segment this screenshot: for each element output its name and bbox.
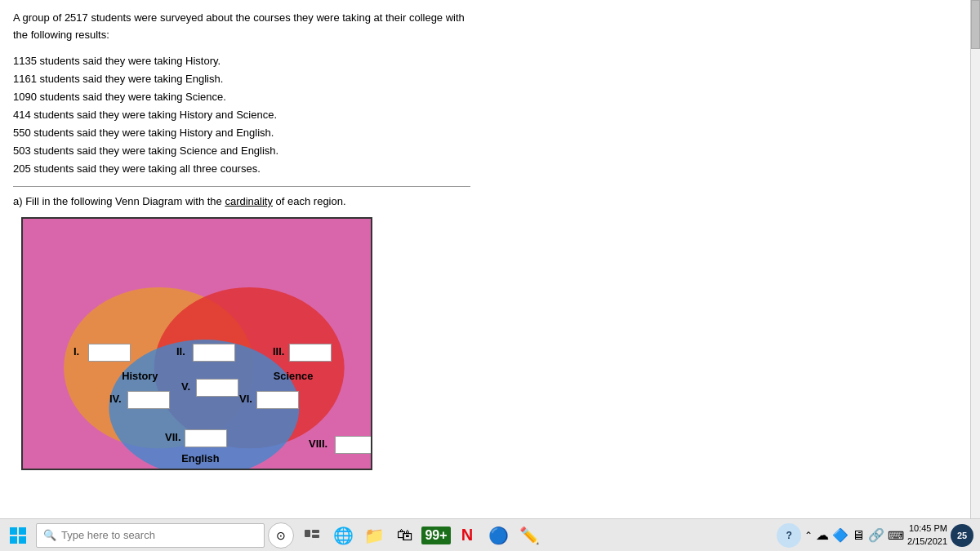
svg-rect-10	[19, 536, 26, 544]
keyboard-icon[interactable]: ⌨	[888, 529, 904, 542]
windows-icon	[10, 527, 26, 544]
chrome-button[interactable]: 🔵	[483, 521, 513, 550]
edge-button[interactable]: 🌐	[328, 521, 358, 550]
region-IV-input[interactable]	[127, 391, 170, 409]
notification-badge[interactable]: 25	[951, 524, 973, 547]
display-icon[interactable]: 🖥	[852, 528, 865, 543]
start-button[interactable]	[3, 521, 33, 550]
stat-5: 550 students said they were taking Histo…	[13, 124, 957, 142]
taskview-button[interactable]	[297, 521, 327, 550]
svg-rect-12	[312, 530, 319, 533]
stat-6: 503 students said they were taking Scien…	[13, 142, 957, 160]
help-icon-circle[interactable]: ?	[777, 523, 801, 548]
region-VIII-label: VIII.	[309, 438, 327, 450]
region-II-input[interactable]	[193, 344, 235, 362]
cortana-icon: ⊙	[276, 529, 286, 542]
time-display: 10:45 PM	[907, 522, 947, 535]
stat-7: 205 students said they were taking all t…	[13, 160, 957, 178]
app1-button[interactable]: 99+	[421, 521, 451, 550]
stats-list: 1135 students said they were taking Hist…	[13, 52, 957, 179]
app2-button[interactable]: ✏️	[514, 521, 544, 550]
netflix-button[interactable]: N	[452, 521, 482, 550]
svg-rect-13	[312, 535, 319, 538]
svg-rect-9	[10, 536, 17, 544]
chevron-icon[interactable]: ⌃	[804, 530, 813, 541]
app1-icon: 99+	[421, 527, 450, 544]
region-I-label: I.	[74, 345, 79, 358]
region-IV-label: IV.	[109, 393, 122, 405]
region-V-input[interactable]	[196, 379, 238, 397]
venn-diagram: History Science English I. II. III. IV. …	[21, 217, 372, 470]
stat-2: 1161 students said they were taking Engl…	[13, 70, 957, 88]
region-III-input[interactable]	[289, 344, 332, 362]
search-icon: 🔍	[43, 529, 56, 541]
main-content: A group of 2517 students were surveyed a…	[0, 0, 970, 518]
edge-icon: 🌐	[333, 526, 354, 545]
divider	[13, 186, 470, 187]
help-icon: ?	[786, 530, 791, 541]
explorer-button[interactable]: 📁	[359, 521, 389, 550]
region-VI-input[interactable]	[256, 391, 299, 409]
explorer-icon: 📁	[364, 526, 385, 545]
clock[interactable]: 10:45 PM 2/15/2021	[907, 522, 947, 548]
region-VII-label: VII.	[165, 431, 181, 443]
taskbar-apps: 🌐 📁 🛍 99+ N 🔵 ✏️	[297, 521, 773, 550]
dropbox-icon[interactable]: 🔷	[832, 527, 849, 543]
audio-icon[interactable]: 🔗	[868, 527, 884, 543]
network-icon[interactable]: ☁	[816, 527, 829, 543]
region-VII-input[interactable]	[185, 429, 227, 447]
stat-3: 1090 students said they were taking Scie…	[13, 88, 957, 106]
svg-text:English: English	[181, 452, 219, 464]
store-button[interactable]: 🛍	[390, 521, 420, 550]
svg-rect-11	[305, 530, 310, 537]
search-input[interactable]	[61, 529, 257, 541]
region-VI-label: VI.	[239, 393, 252, 405]
region-III-label: III.	[273, 345, 284, 358]
taskbar: 🔍 ⊙ 🌐 📁 🛍 99+ N	[0, 518, 980, 551]
search-box[interactable]: 🔍	[36, 523, 265, 548]
svg-rect-7	[10, 527, 17, 535]
netflix-icon: N	[461, 526, 473, 544]
stat-1: 1135 students said they were taking Hist…	[13, 52, 957, 70]
svg-text:Science: Science	[274, 371, 313, 383]
scrollbar[interactable]	[970, 0, 980, 518]
svg-text:History: History	[122, 371, 158, 383]
stat-4: 414 students said they were taking Histo…	[13, 106, 957, 124]
chrome-icon: 🔵	[488, 526, 509, 545]
scrollbar-thumb[interactable]	[971, 0, 980, 49]
taskview-icon	[305, 530, 319, 541]
question-a: a) Fill in the following Venn Diagram wi…	[13, 195, 957, 207]
region-V-label: V.	[181, 380, 190, 393]
store-icon: 🛍	[397, 526, 413, 544]
problem-intro: A group of 2517 students were surveyed a…	[13, 10, 470, 44]
date-display: 2/15/2021	[907, 535, 947, 548]
svg-rect-8	[19, 527, 26, 535]
cortana-button[interactable]: ⊙	[268, 522, 294, 549]
region-II-label: II.	[176, 345, 185, 358]
region-VIII-input[interactable]	[335, 436, 372, 454]
region-I-input[interactable]	[88, 344, 131, 362]
taskbar-right: ? ⌃ ☁ 🔷 🖥 🔗 ⌨ 10:45 PM 2/15/2021 25	[777, 522, 977, 548]
app2-icon: ✏️	[519, 526, 540, 545]
